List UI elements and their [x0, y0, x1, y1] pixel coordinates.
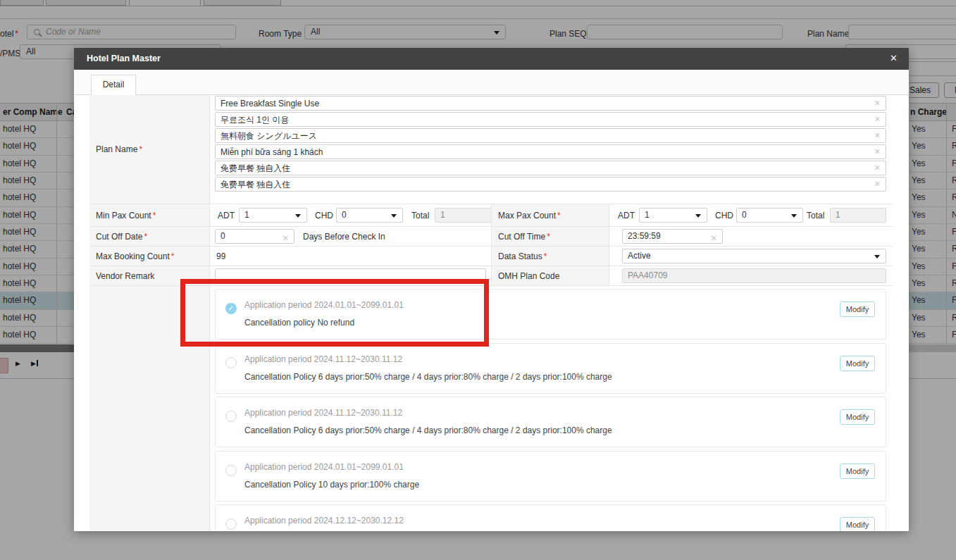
- cut-off-time-input[interactable]: 23:59:59 ✕: [622, 229, 723, 244]
- cut-off-date-label: Cut Off Date*: [89, 227, 210, 246]
- max-pax-count-label: Max Pax Count*: [491, 204, 609, 226]
- form-row-policies: ✓ Application period 2024.01.01~2099.01.…: [89, 286, 893, 531]
- cancellation-policy-card[interactable]: Application period 2024.12.12~2030.12.12…: [215, 504, 886, 531]
- cancellation-policy-card[interactable]: ✓ Application period 2024.01.01~2099.01.…: [215, 289, 886, 340]
- cancellation-policy-text: Cancellation policy No refund: [244, 318, 354, 328]
- chd-label: CHD: [715, 209, 733, 223]
- clear-icon[interactable]: ✕: [874, 115, 881, 124]
- cancellation-policy-card[interactable]: Application period 2024.01.01~2099.01.01…: [215, 451, 886, 502]
- application-period-text: Application period 2024.11.12~2030.11.12: [244, 408, 402, 418]
- plan-name-input[interactable]: ✕: [215, 161, 886, 175]
- form-row-booking-status: Max Booking Count* 99 Data Status* Activ…: [89, 247, 893, 266]
- clear-icon[interactable]: ✕: [874, 163, 881, 173]
- modify-button[interactable]: Modify: [840, 409, 875, 425]
- plan-name-input[interactable]: ✕: [215, 177, 886, 192]
- caret-down-icon: [295, 214, 301, 218]
- plan-name-input[interactable]: ✕: [215, 128, 886, 143]
- clear-icon[interactable]: ✕: [874, 147, 881, 156]
- min-chd-select[interactable]: 0: [336, 208, 403, 223]
- application-period-text: Application period 2024.11.12~2030.11.12: [244, 354, 402, 364]
- radio-button[interactable]: [225, 518, 237, 530]
- application-period-text: Application period 2024.12.12~2030.12.12: [244, 516, 404, 525]
- data-status-select[interactable]: Active: [622, 249, 886, 263]
- plan-name-input[interactable]: ✕: [215, 112, 886, 127]
- omh-plan-code-label: OMH Plan Code: [491, 266, 609, 285]
- omh-plan-code-field: PAA40709: [622, 268, 886, 283]
- modify-button[interactable]: Modify: [840, 517, 875, 531]
- cut-off-date-suffix: Days Before Check In: [303, 230, 385, 244]
- close-icon[interactable]: ✕: [890, 53, 898, 63]
- caret-down-icon: [391, 214, 397, 218]
- cancellation-policy-card[interactable]: Application period 2024.11.12~2030.11.12…: [215, 343, 886, 394]
- max-adt-select[interactable]: 1: [639, 208, 707, 223]
- total-label: Total: [807, 209, 824, 223]
- modal-title: Hotel Plan Master: [74, 48, 909, 70]
- form-row-pax-count: Min Pax Count* ADT 1 CHD 0 Total 1 Max P…: [89, 204, 893, 227]
- vendor-remark-input[interactable]: [215, 268, 486, 283]
- cancellation-policy-text: Cancellation Policy 10 days prior:100% c…: [244, 480, 419, 490]
- modal-header: Hotel Plan Master ✕: [74, 48, 909, 70]
- caret-down-icon: [874, 255, 880, 259]
- adt-label: ADT: [218, 209, 235, 223]
- min-pax-count-label: Min Pax Count*: [89, 204, 210, 226]
- max-total-field: 1: [830, 208, 886, 223]
- adt-label: ADT: [618, 209, 635, 223]
- radio-button[interactable]: [225, 411, 237, 422]
- plan-name-input[interactable]: ✕: [215, 96, 886, 111]
- cut-off-date-input[interactable]: 0 ✕: [215, 229, 294, 244]
- chd-label: CHD: [315, 209, 333, 223]
- max-chd-select[interactable]: 0: [736, 208, 803, 223]
- vendor-remark-label: Vendor Remark: [89, 266, 210, 285]
- application-period-text: Application period 2024.01.01~2099.01.01: [244, 300, 404, 310]
- min-adt-select[interactable]: 1: [239, 208, 307, 223]
- caret-down-icon: [695, 214, 701, 218]
- radio-button[interactable]: [225, 357, 237, 368]
- radio-button[interactable]: [225, 465, 237, 476]
- application-period-text: Application period 2024.01.01~2099.01.01: [244, 462, 404, 472]
- modify-button[interactable]: Modify: [840, 301, 875, 317]
- policies-label-spacer: [89, 286, 210, 531]
- cancellation-policy-text: Cancellation Policy 6 days prior:50% cha…: [244, 372, 612, 382]
- modal-tab-strip: Detail: [74, 70, 909, 95]
- cut-off-time-label: Cut Off Time*: [491, 227, 609, 246]
- plan-name-label: Plan Name*: [89, 95, 210, 204]
- hotel-plan-master-modal: Hotel Plan Master ✕ Detail Plan Name* ✕: [74, 48, 909, 531]
- total-label: Total: [411, 209, 429, 223]
- max-booking-count-label: Max Booking Count*: [89, 247, 210, 266]
- check-icon[interactable]: ✓: [225, 303, 237, 314]
- tab-detail[interactable]: Detail: [91, 75, 136, 95]
- cancellation-policy-text: Cancellation Policy 6 days prior:50% cha…: [244, 425, 612, 435]
- caret-down-icon: [791, 214, 797, 218]
- screen: otel* Room Type All Plan SEQ Plan Name /…: [0, 0, 956, 560]
- clear-icon[interactable]: ✕: [283, 232, 289, 245]
- modify-button[interactable]: Modify: [840, 463, 875, 479]
- form-row-plan-name: Plan Name* ✕ ✕ ✕: [89, 95, 893, 204]
- data-status-label: Data Status*: [491, 247, 609, 266]
- max-booking-count-value: 99: [216, 249, 225, 264]
- plan-name-input[interactable]: ✕: [215, 144, 886, 159]
- clear-icon[interactable]: ✕: [874, 131, 881, 140]
- form-row-remark-code: Vendor Remark OMH Plan Code PAA40709: [89, 266, 893, 286]
- form-row-cutoff: Cut Off Date* 0 ✕ Days Before Check In C…: [89, 227, 893, 247]
- clear-icon[interactable]: ✕: [874, 99, 881, 108]
- cancellation-policy-card[interactable]: Application period 2024.11.12~2030.11.12…: [215, 397, 886, 447]
- clear-icon[interactable]: ✕: [874, 180, 881, 189]
- modify-button[interactable]: Modify: [840, 356, 875, 371]
- clear-icon[interactable]: ✕: [711, 232, 717, 245]
